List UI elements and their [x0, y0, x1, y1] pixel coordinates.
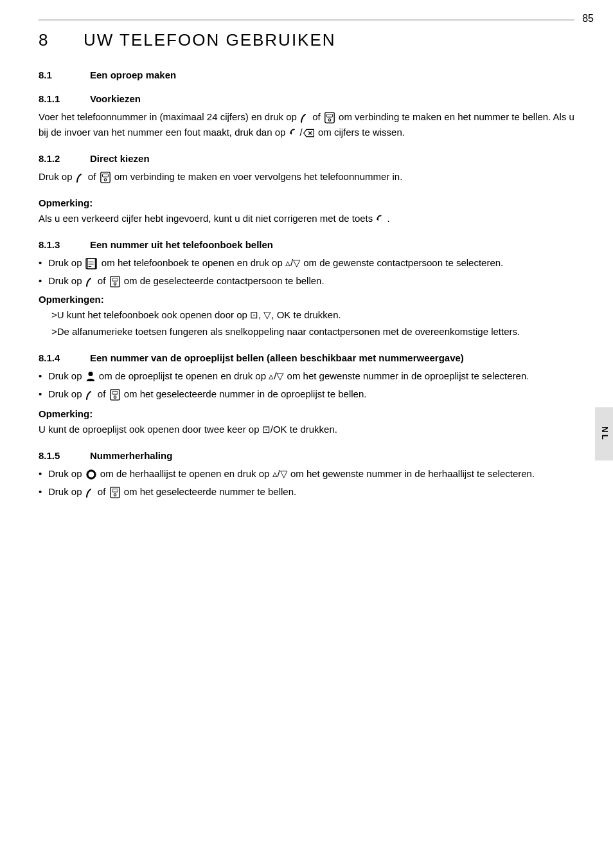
bullet-8-1-5-2: Druk op of om het geselecteerde nummer t…: [39, 484, 574, 500]
svg-marker-4: [304, 129, 314, 136]
section-8-1-4-title: Een nummer van de oproeplijst bellen (al…: [90, 352, 464, 363]
page-number: 85: [582, 13, 594, 24]
section-8-1-2-content: Druk op of om verbinding te maken en voe…: [39, 169, 574, 185]
section-8-1-3-title: Een nummer uit het telefoonboek bellen: [90, 239, 273, 250]
svg-point-27: [114, 494, 116, 496]
section-8-1-5-title: Nummerherhaling: [90, 450, 172, 461]
svg-rect-8: [102, 174, 108, 177]
side-tab: NL: [595, 407, 613, 460]
bullet-8-1-5-1: Druk op om de herhaallijst te openen en …: [39, 466, 574, 482]
note-8-1-2-header: Opmerking:: [39, 197, 574, 208]
section-8-1-5-number: 8.1.5: [39, 450, 90, 461]
redial-icon: [85, 469, 97, 480]
page-container: 85 NL 8 UW TELEFOON GEBRUIKEN 8.1 Een op…: [0, 0, 613, 868]
chapter-header: 8 UW TELEFOON GEBRUIKEN: [39, 19, 574, 50]
section-8-1-2-title: Direct kiezen: [90, 153, 150, 164]
note-8-1-2-content: Als u een verkeerd cijfer hebt ingevoerd…: [39, 211, 574, 226]
handset-icon-2: [100, 172, 111, 183]
section-8-1-1-number: 8.1.1: [39, 93, 90, 104]
note-8-1-3-2: >De alfanumerieke toetsen fungeren als s…: [51, 324, 574, 339]
bullet-8-1-3-2: Druk op of om de geselecteerde contactpe…: [39, 273, 574, 289]
svg-point-22: [114, 396, 116, 399]
svg-rect-17: [112, 278, 118, 282]
svg-point-18: [114, 283, 116, 285]
phonebook-icon: [85, 258, 98, 269]
section-8-1-title: Een oproep maken: [90, 69, 176, 80]
section-8-1-1-content: Voer het telefoonnummer in (maximaal 24 …: [39, 109, 574, 140]
section-8-1-3-notes: >U kunt het telefoonboek ook openen door…: [51, 307, 574, 339]
handset-icon-3: [109, 276, 121, 287]
section-8-1-3-number: 8.1.3: [39, 239, 90, 250]
section-8-1-3-bullets: Druk op om het telefoonboek te openen en…: [39, 255, 574, 289]
section-8-1-3-header: 8.1.3 Een nummer uit het telefoonboek be…: [39, 239, 574, 250]
section-8-1-5-header: 8.1.5 Nummerherhaling: [39, 450, 574, 461]
section-8-1-1-header: 8.1.1 Voorkiezen: [39, 93, 574, 104]
section-8-1-3-notes-header: Opmerkingen:: [39, 294, 574, 305]
note-8-1-3-1: >U kunt het telefoonboek ook openen door…: [51, 307, 574, 323]
svg-point-24: [88, 472, 94, 478]
svg-point-19: [88, 372, 93, 376]
section-8-1-2-number: 8.1.2: [39, 153, 90, 164]
phone-hook-icon-5: [85, 487, 94, 498]
section-8-1-header: 8.1 Een oproep maken: [39, 69, 574, 80]
bullet-8-1-4-1: Druk op om de oproeplijst te openen en d…: [39, 368, 574, 384]
phone-hook-icon-3: [85, 276, 94, 287]
section-8-1-number: 8.1: [39, 69, 90, 80]
svg-point-9: [104, 179, 107, 181]
section-8-1-5: 8.1.5 Nummerherhaling Druk op om de herh…: [39, 450, 574, 500]
chapter-title: UW TELEFOON GEBRUIKEN: [84, 30, 336, 50]
back-icon: [289, 128, 299, 138]
svg-rect-21: [112, 392, 118, 395]
section-8-1-4-header: 8.1.4 Een nummer van de oproeplijst bell…: [39, 352, 574, 363]
section-8-1-1-title: Voorkiezen: [90, 93, 141, 104]
person-icon: [85, 371, 96, 383]
section-8-1-2: 8.1.2 Direct kiezen Druk op of om verbin…: [39, 153, 574, 185]
section-8-1-4-bullets: Druk op om de oproeplijst te openen en d…: [39, 368, 574, 402]
backspace-icon: [303, 128, 315, 138]
note-8-1-4-content: U kunt de oproeplijst ook openen door tw…: [39, 422, 574, 437]
handset-icon-1: [324, 112, 335, 123]
phone-hook-icon-2: [76, 172, 85, 183]
svg-rect-1: [326, 114, 332, 118]
bullet-8-1-3-1: Druk op om het telefoonboek te openen en…: [39, 255, 574, 271]
section-8-1-1: 8.1.1 Voorkiezen Voer het telefoonnummer…: [39, 93, 574, 140]
section-8-1-4: 8.1.4 Een nummer van de oproeplijst bell…: [39, 352, 574, 437]
section-8-1-4-number: 8.1.4: [39, 352, 90, 363]
section-8-1-5-bullets: Druk op om de herhaallijst te openen en …: [39, 466, 574, 500]
svg-point-2: [328, 119, 331, 122]
handset-icon-4: [109, 389, 121, 401]
section-8-1-3: 8.1.3 Een nummer uit het telefoonboek be…: [39, 239, 574, 339]
section-8-1-2-header: 8.1.2 Direct kiezen: [39, 153, 574, 164]
note-8-1-4-header: Opmerking:: [39, 408, 574, 419]
note-8-1-4: Opmerking: U kunt de oproeplijst ook ope…: [39, 408, 574, 437]
handset-icon-5: [109, 487, 121, 498]
bullet-8-1-4-2: Druk op of om het geselecteerde nummer i…: [39, 386, 574, 402]
note-8-1-2: Opmerking: Als u een verkeerd cijfer heb…: [39, 197, 574, 226]
svg-rect-26: [112, 489, 118, 493]
back-icon-2: [376, 214, 386, 224]
section-8-1: 8.1 Een oproep maken: [39, 69, 574, 80]
chapter-number: 8: [39, 30, 58, 50]
phone-hook-icon: [300, 112, 309, 123]
phone-hook-icon-4: [85, 389, 94, 401]
